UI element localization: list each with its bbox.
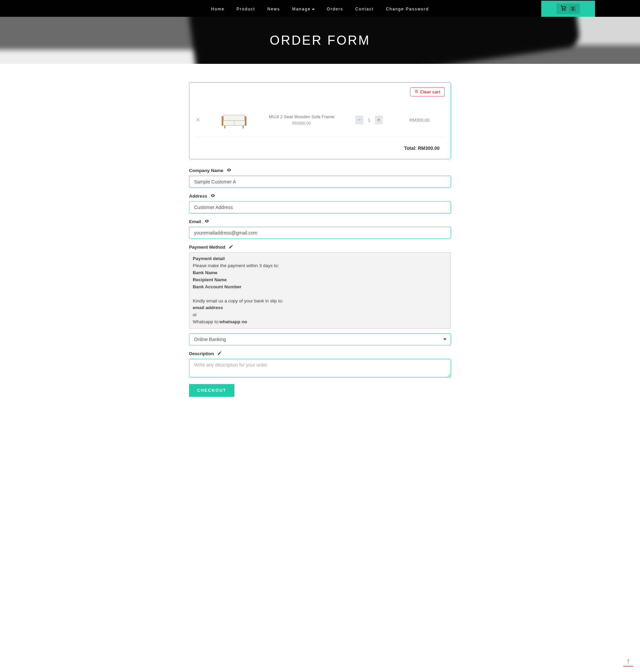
cart-icon: [561, 5, 566, 12]
payment-method-select[interactable]: Online Banking: [189, 333, 451, 345]
company-name-input[interactable]: [189, 176, 451, 188]
description-label: Description: [189, 351, 451, 357]
clear-cart-button[interactable]: Clear cart: [410, 87, 445, 97]
product-price: RM300.00: [259, 121, 344, 126]
company-name-label: Company Name: [189, 168, 451, 173]
plus-icon: +: [377, 117, 380, 123]
nav-contact[interactable]: Contact: [355, 7, 374, 11]
svg-point-0: [562, 10, 563, 11]
svg-point-1: [565, 10, 565, 11]
eye-icon: [227, 168, 231, 173]
nav-links: Home Product News Manage Orders Contact …: [211, 6, 429, 12]
pencil-icon: [217, 351, 222, 357]
close-icon: ✕: [195, 117, 201, 123]
cart-count: 1: [570, 6, 576, 11]
checkout-button[interactable]: CHECKOUT: [189, 384, 234, 397]
description-textarea[interactable]: [189, 359, 451, 377]
line-total: RM300.00: [394, 118, 445, 123]
pencil-icon: [229, 244, 233, 250]
address-label: Address: [189, 193, 451, 199]
order-form: Company Name Address Email Payment Metho…: [189, 168, 451, 397]
payment-method-label: Payment Method: [189, 244, 451, 250]
hero-banner: ORDER FORM: [0, 17, 640, 64]
clear-cart-label: Clear cart: [420, 89, 440, 95]
qty-value: 1: [367, 118, 372, 123]
email-label: Email: [189, 219, 451, 225]
svg-point-4: [206, 221, 207, 221]
cart-line-item: ✕ MUJI 2 Seat Wooden Sofa Frame RM300.00…: [195, 106, 445, 137]
svg-point-3: [213, 195, 213, 196]
trash-icon: [414, 89, 418, 95]
eye-icon: [210, 193, 215, 199]
svg-point-2: [229, 170, 229, 170]
eye-icon: [204, 219, 209, 225]
nav-home[interactable]: Home: [211, 7, 224, 11]
nav-news[interactable]: News: [267, 7, 280, 11]
nav-orders[interactable]: Orders: [327, 7, 343, 11]
nav-manage[interactable]: Manage: [292, 7, 315, 11]
product-name: MUJI 2 Seat Wooden Sofa Frame: [259, 114, 344, 119]
minus-icon: −: [358, 117, 361, 123]
cart-panel: Clear cart ✕ MUJI 2 Seat Wooden Sofa Fra…: [189, 82, 451, 159]
cart-button[interactable]: 1: [541, 1, 595, 17]
qty-increase-button[interactable]: +: [375, 116, 383, 124]
product-image: [221, 110, 247, 130]
nav-product[interactable]: Product: [237, 7, 255, 11]
quantity-stepper: − 1 +: [344, 116, 394, 124]
qty-decrease-button[interactable]: −: [355, 116, 363, 124]
address-input[interactable]: [189, 201, 451, 213]
main-navbar: Home Product News Manage Orders Contact …: [0, 0, 640, 17]
page-title: ORDER FORM: [270, 33, 370, 48]
nav-change-password[interactable]: Change Password: [386, 7, 429, 11]
payment-detail-box: Payment detail Please make the payment w…: [189, 252, 451, 329]
remove-item-button[interactable]: ✕: [195, 116, 209, 124]
cart-total: Total: RM300.00: [195, 137, 445, 154]
email-input[interactable]: [189, 227, 451, 239]
